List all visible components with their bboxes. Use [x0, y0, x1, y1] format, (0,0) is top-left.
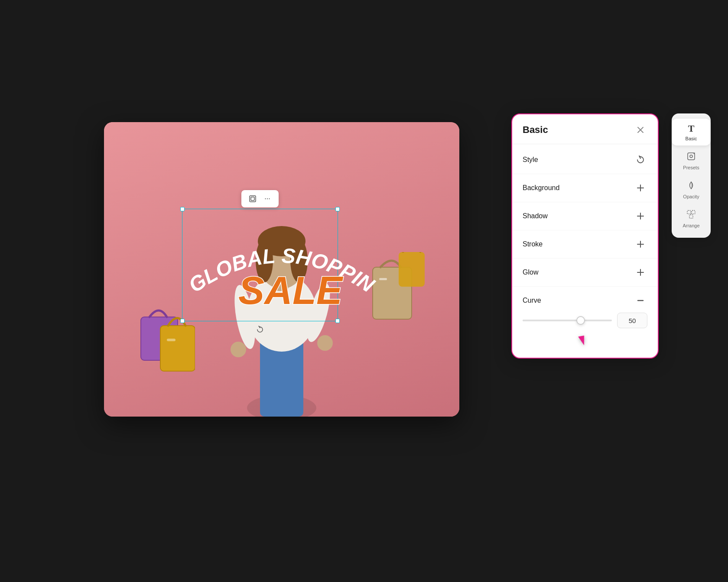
- panel-title: Basic: [523, 124, 548, 136]
- sidebar-item-presets[interactable]: Presets: [672, 147, 711, 175]
- shopping-bag-right: [368, 252, 425, 321]
- curve-collapse-button[interactable]: [634, 294, 647, 307]
- curve-header-row: Curve: [523, 287, 647, 313]
- svg-rect-19: [379, 278, 387, 280]
- sidebar-item-arrange[interactable]: Arrange: [672, 205, 711, 233]
- curve-section: Curve 50: [512, 287, 658, 351]
- stroke-label: Stroke: [523, 240, 543, 248]
- svg-point-11: [317, 335, 333, 351]
- svg-rect-40: [689, 215, 693, 218]
- background-row: Background: [512, 174, 658, 202]
- shadow-row: Shadow: [512, 202, 658, 230]
- panel-header: Basic: [512, 114, 658, 144]
- shopping-bag-left: [139, 300, 195, 373]
- svg-rect-39: [692, 210, 695, 214]
- background-label: Background: [523, 184, 559, 192]
- sidebar-item-opacity[interactable]: Opacity: [672, 176, 711, 204]
- svg-rect-38: [687, 210, 691, 214]
- sidebar-item-basic[interactable]: T Basic: [672, 119, 711, 146]
- curve-slider-thumb[interactable]: [576, 316, 585, 325]
- arrange-icon: [686, 210, 696, 221]
- background-add-button[interactable]: [634, 181, 647, 195]
- arrange-label: Arrange: [682, 223, 699, 228]
- svg-point-7: [290, 239, 308, 282]
- curve-label: Curve: [523, 297, 541, 304]
- svg-rect-16: [167, 339, 176, 341]
- stroke-row: Stroke: [512, 230, 658, 259]
- canvas-card: GLOBAL SHOPPIN SALE: [104, 122, 459, 417]
- style-row: Style: [512, 146, 658, 174]
- glow-row: Glow: [512, 259, 658, 287]
- close-button[interactable]: [634, 123, 647, 137]
- handle-top-left[interactable]: [180, 207, 185, 211]
- curve-slider-fill: [523, 320, 581, 321]
- stroke-add-button[interactable]: [634, 237, 647, 251]
- canvas-background: GLOBAL SHOPPIN SALE: [104, 122, 459, 417]
- svg-rect-20: [399, 252, 425, 287]
- person-illustration: [195, 157, 368, 417]
- cursor-pointer: [578, 336, 586, 346]
- svg-point-10: [231, 342, 246, 357]
- presets-label: Presets: [683, 165, 699, 170]
- panel-divider: [512, 144, 658, 144]
- style-refresh-button[interactable]: [634, 153, 647, 167]
- svg-point-6: [256, 239, 273, 282]
- right-sidebar: T Basic Presets Opacity: [672, 113, 711, 238]
- svg-point-37: [690, 155, 692, 158]
- shadow-add-button[interactable]: [634, 209, 647, 223]
- basic-label: Basic: [686, 136, 697, 141]
- curve-slider-track[interactable]: [523, 320, 612, 321]
- opacity-label: Opacity: [683, 194, 699, 199]
- opacity-icon: [686, 181, 696, 192]
- style-label: Style: [523, 156, 538, 164]
- presets-icon: [686, 152, 696, 163]
- basic-panel: Basic Style Background: [511, 113, 659, 359]
- shadow-label: Shadow: [523, 212, 548, 220]
- glow-add-button[interactable]: [634, 265, 647, 279]
- svg-rect-14: [160, 326, 195, 371]
- scene: GLOBAL SHOPPIN SALE: [104, 96, 624, 486]
- curve-slider-row: 50: [523, 313, 647, 328]
- glow-label: Glow: [523, 268, 538, 276]
- curve-value-display[interactable]: 50: [617, 313, 647, 328]
- basic-icon: T: [688, 123, 695, 134]
